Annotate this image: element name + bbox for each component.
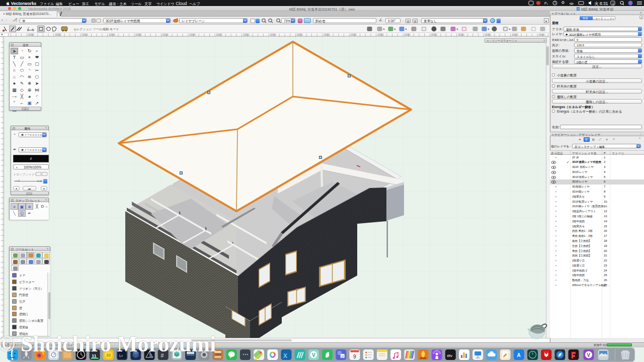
svg-text:V: V [587,352,591,358]
svg-text:V: V [312,352,315,358]
svg-text:訳: 訳 [341,355,344,358]
svg-text:étv: étv [447,353,452,358]
svg-text:A: A [517,352,520,358]
svg-text:X: X [283,352,287,359]
svg-text:9: 9 [353,354,356,359]
